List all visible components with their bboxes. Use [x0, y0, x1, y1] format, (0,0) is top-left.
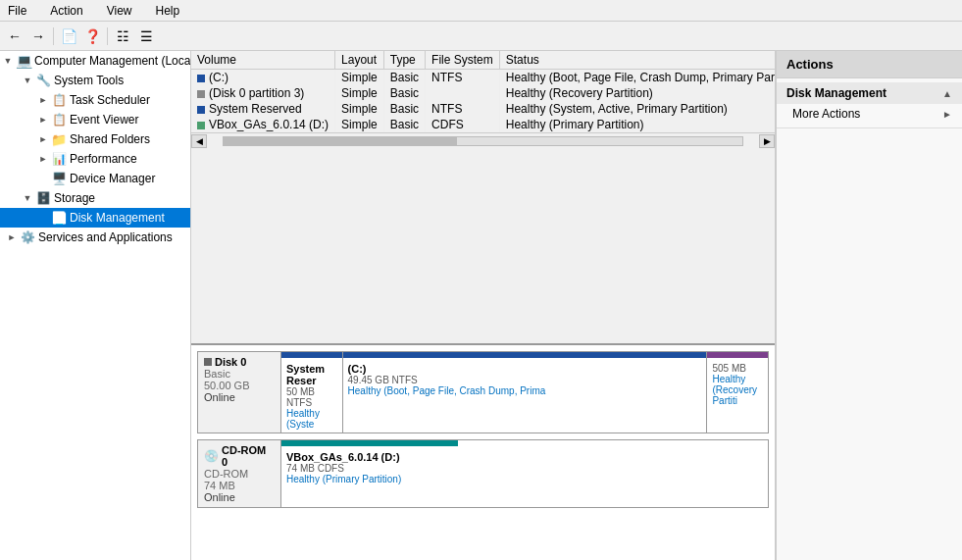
- menu-file[interactable]: File: [4, 3, 30, 19]
- help-button[interactable]: ❓: [81, 25, 103, 47]
- menu-view[interactable]: View: [103, 3, 136, 19]
- cell-layout: Simple: [335, 117, 384, 132]
- disk-0-icon: [204, 358, 212, 366]
- cdrom-0-size: 74 MB: [204, 480, 275, 491]
- cell-layout: Simple: [335, 101, 384, 117]
- tree-arrow-system-tools: ▼: [20, 73, 35, 88]
- cell-volume: System Reserved: [191, 101, 335, 117]
- partition-sysreserved[interactable]: System Reser 50 MB NTFS Healthy (Syste: [281, 352, 343, 433]
- col-volume: Volume: [191, 51, 335, 70]
- partition-bar-dvd: [281, 440, 458, 446]
- partition-dvd[interactable]: VBox_GAs_6.0.14 (D:) 74 MB CDFS Healthy …: [281, 440, 458, 507]
- cdrom-0-icon: 💿: [204, 449, 219, 463]
- cell-type: Basic: [383, 70, 425, 86]
- toolbar-separator: [53, 27, 54, 45]
- cell-type: Basic: [383, 101, 425, 117]
- cell-volume: (Disk 0 partition 3): [191, 85, 335, 101]
- partition-bar-sysres: [281, 352, 342, 358]
- tree-label-device-manager: Device Manager: [70, 172, 155, 185]
- actions-collapse-icon[interactable]: ▲: [942, 88, 952, 99]
- performance-icon: 📊: [51, 151, 67, 167]
- disk-0-label: Disk 0 Basic 50.00 GB Online: [198, 352, 281, 433]
- tree-item-shared-folders[interactable]: ► 📁 Shared Folders: [0, 129, 190, 149]
- actions-more-label: More Actions: [792, 107, 860, 121]
- tree-arrow-services: ►: [4, 229, 20, 245]
- menubar: File Action View Help: [0, 0, 962, 22]
- col-layout: Layout: [335, 51, 384, 70]
- table-scrollbar[interactable]: ◀ ▶: [191, 132, 775, 148]
- tree-arrow-task: ►: [35, 92, 51, 108]
- partition-c[interactable]: (C:) 49.45 GB NTFS Healthy (Boot, Page F…: [343, 352, 708, 433]
- content-and-actions: Volume Layout Type File System Status (C…: [191, 51, 962, 560]
- tree-arrow-perf: ►: [35, 151, 51, 167]
- col-type: Type: [383, 51, 425, 70]
- partition-recovery[interactable]: 505 MB Healthy (Recovery Partiti: [707, 352, 768, 433]
- shared-folders-icon: 📁: [51, 131, 67, 147]
- actions-header: Actions: [777, 51, 962, 78]
- back-button[interactable]: ←: [4, 25, 25, 47]
- tree-item-storage[interactable]: ▼ 🗄️ Storage: [0, 188, 190, 208]
- tree-item-performance[interactable]: ► 📊 Performance: [0, 149, 190, 169]
- partition-bar-c: [343, 352, 707, 358]
- cell-type: Basic: [383, 117, 425, 132]
- partition-content-sysres: System Reser 50 MB NTFS Healthy (Syste: [286, 363, 337, 430]
- tree-arrow-root: ▼: [0, 53, 16, 69]
- col-filesystem: File System: [426, 51, 500, 70]
- cell-status: Healthy (System, Active, Primary Partiti…: [499, 101, 775, 117]
- cdrom-0-type: CD-ROM: [204, 468, 275, 480]
- disk-0-status: Online: [204, 391, 275, 403]
- tree-item-task-scheduler[interactable]: ► 📋 Task Scheduler: [0, 90, 190, 110]
- cell-status: Healthy (Boot, Page File, Crash Dump, Pr…: [499, 70, 775, 86]
- actions-more-submenu-icon: ►: [942, 109, 952, 120]
- cell-filesystem: NTFS: [426, 101, 500, 117]
- partition-status-sysres: Healthy (Syste: [286, 408, 337, 430]
- partition-detail-sysres: 50 MB NTFS: [286, 386, 337, 408]
- tree-item-system-tools[interactable]: ▼ 🔧 System Tools: [0, 71, 190, 90]
- partition-detail-recovery: 505 MB: [712, 363, 763, 374]
- actions-pane: Actions Disk Management ▲ More Actions ►: [776, 51, 962, 560]
- tree-label-shared-folders: Shared Folders: [70, 132, 150, 146]
- tree-item-event-viewer[interactable]: ► 📋 Event Viewer: [0, 110, 190, 129]
- tree-label-disk-management: Disk Management: [70, 211, 165, 225]
- disk-0-partitions: System Reser 50 MB NTFS Healthy (Syste (…: [281, 352, 768, 433]
- cell-volume: VBox_GAs_6.0.14 (D:): [191, 117, 335, 132]
- storage-icon: 🗄️: [35, 190, 51, 206]
- forward-button[interactable]: →: [27, 25, 49, 47]
- actions-section-disk-mgmt: Disk Management ▲ More Actions ►: [777, 78, 962, 128]
- tree-item-disk-management[interactable]: ▶ 💾 Disk Management: [0, 208, 190, 228]
- cell-status: Healthy (Primary Partition): [499, 117, 775, 132]
- partition-status-dvd: Healthy (Primary Partition): [286, 474, 453, 484]
- tree-arrow-shared: ►: [35, 131, 51, 147]
- table-row[interactable]: (Disk 0 partition 3)SimpleBasicHealthy (…: [191, 85, 775, 101]
- table-row[interactable]: (C:)SimpleBasicNTFSHealthy (Boot, Page F…: [191, 70, 775, 86]
- view-toggle-button[interactable]: ☷: [112, 25, 133, 47]
- services-icon: ⚙️: [20, 229, 35, 245]
- view-list-button[interactable]: ☰: [135, 25, 157, 47]
- menu-action[interactable]: Action: [46, 3, 86, 19]
- table-row[interactable]: System ReservedSimpleBasicNTFSHealthy (S…: [191, 101, 775, 117]
- actions-more-actions[interactable]: More Actions ►: [777, 104, 962, 124]
- scroll-track[interactable]: [223, 136, 743, 146]
- table-row[interactable]: VBox_GAs_6.0.14 (D:)SimpleBasicCDFSHealt…: [191, 117, 775, 132]
- cell-filesystem: [426, 85, 500, 101]
- tree-arrow-event: ►: [35, 112, 51, 127]
- tree-root[interactable]: ▼ 💻 Computer Management (Local: [0, 51, 190, 71]
- cell-layout: Simple: [335, 85, 384, 101]
- disk-management-icon: 💾: [51, 210, 67, 226]
- partition-status-c: Healthy (Boot, Page File, Crash Dump, Pr…: [348, 385, 702, 396]
- main-container: ▼ 💻 Computer Management (Local ▼ 🔧 Syste…: [0, 51, 962, 560]
- menu-help[interactable]: Help: [152, 3, 184, 19]
- tree-item-device-manager[interactable]: ► 🖥️ Device Manager: [0, 169, 190, 188]
- show-hide-button[interactable]: 📄: [58, 25, 79, 47]
- cell-filesystem: CDFS: [426, 117, 500, 132]
- partition-detail-c: 49.45 GB NTFS: [348, 375, 702, 385]
- task-scheduler-icon: 📋: [51, 92, 67, 108]
- disk-visualization-area: Disk 0 Basic 50.00 GB Online System Rese…: [191, 345, 775, 560]
- tree-pane: ▼ 💻 Computer Management (Local ▼ 🔧 Syste…: [0, 51, 191, 560]
- volume-icon: [197, 106, 205, 114]
- volume-icon: [197, 75, 205, 82]
- actions-section-label: Disk Management: [786, 86, 886, 100]
- cell-filesystem: NTFS: [426, 70, 500, 86]
- scroll-thumb: [224, 137, 457, 145]
- tree-item-services[interactable]: ► ⚙️ Services and Applications: [0, 228, 190, 247]
